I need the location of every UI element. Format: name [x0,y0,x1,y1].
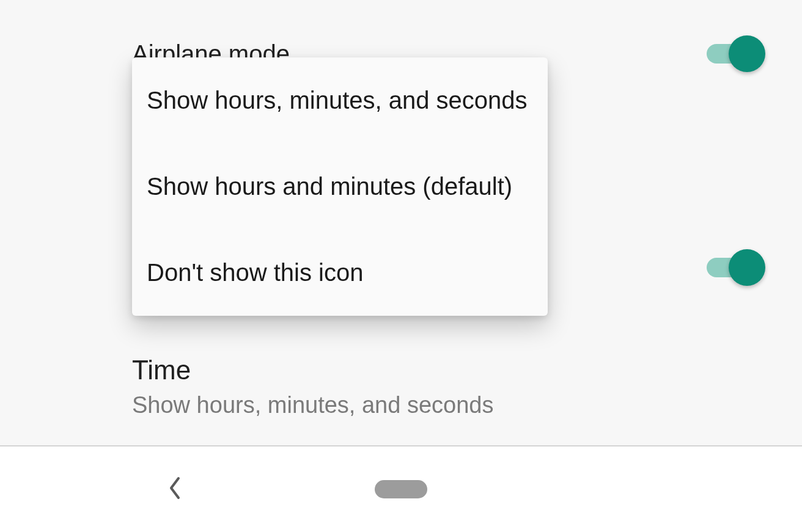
settings-row-time[interactable]: Time Show hours, minutes, and seconds [0,321,802,445]
airplane-mode-toggle[interactable] [707,35,765,72]
home-gesture-pill[interactable] [375,480,427,498]
settings-toggle-2[interactable] [707,249,765,286]
row-text: Time Show hours, minutes, and seconds [132,354,493,420]
row-title-time: Time [132,354,493,387]
row-subtitle-time: Show hours, minutes, and seconds [132,390,493,420]
dialog-option-hms[interactable]: Show hours, minutes, and seconds [132,57,548,144]
time-options-dialog: Show hours, minutes, and seconds Show ho… [132,57,548,316]
switch-thumb [729,249,765,286]
chevron-left-icon [167,476,183,503]
dialog-option-hm-default[interactable]: Show hours and minutes (default) [132,144,548,230]
switch-thumb [729,35,765,72]
dialog-option-hide[interactable]: Don't show this icon [132,230,548,316]
navigation-bar [0,445,802,532]
back-button[interactable] [163,477,187,501]
